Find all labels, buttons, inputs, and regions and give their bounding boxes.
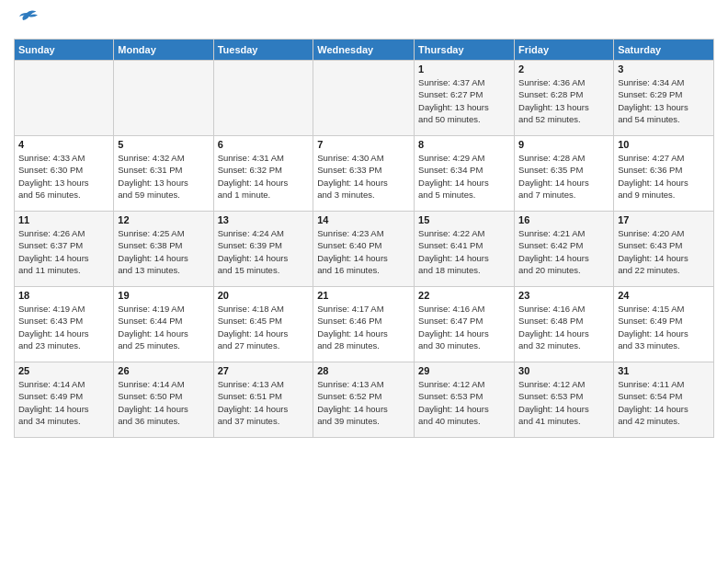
day-number: 20 (218, 290, 310, 301)
header-cell-tuesday: Tuesday (213, 40, 313, 61)
day-number: 21 (317, 290, 410, 301)
day-cell: 24Sunrise: 4:15 AM Sunset: 6:49 PM Dayli… (614, 287, 714, 362)
header-cell-thursday: Thursday (415, 40, 515, 61)
day-number: 25 (18, 365, 109, 376)
day-number: 27 (218, 365, 310, 376)
day-number: 16 (518, 214, 609, 225)
day-number: 31 (618, 365, 710, 376)
day-cell (114, 61, 213, 136)
day-cell: 21Sunrise: 4:17 AM Sunset: 6:46 PM Dayli… (313, 287, 415, 362)
day-info: Sunrise: 4:13 AM Sunset: 6:52 PM Dayligh… (317, 378, 410, 427)
logo-icon (16, 9, 38, 28)
day-cell (313, 61, 415, 136)
day-info: Sunrise: 4:37 AM Sunset: 6:27 PM Dayligh… (418, 76, 510, 125)
day-cell: 16Sunrise: 4:21 AM Sunset: 6:42 PM Dayli… (515, 212, 614, 287)
day-number: 12 (118, 214, 209, 225)
day-info: Sunrise: 4:13 AM Sunset: 6:51 PM Dayligh… (218, 378, 310, 427)
header-cell-monday: Monday (114, 40, 213, 61)
week-row-4: 18Sunrise: 4:19 AM Sunset: 6:43 PM Dayli… (15, 287, 714, 362)
day-number: 28 (317, 365, 410, 376)
day-cell: 27Sunrise: 4:13 AM Sunset: 6:51 PM Dayli… (213, 362, 313, 438)
day-info: Sunrise: 4:28 AM Sunset: 6:35 PM Dayligh… (518, 152, 609, 201)
day-cell: 12Sunrise: 4:25 AM Sunset: 6:38 PM Dayli… (114, 212, 213, 287)
day-info: Sunrise: 4:14 AM Sunset: 6:50 PM Dayligh… (118, 378, 209, 427)
day-cell: 18Sunrise: 4:19 AM Sunset: 6:43 PM Dayli… (15, 287, 114, 362)
day-cell: 30Sunrise: 4:12 AM Sunset: 6:53 PM Dayli… (515, 362, 614, 438)
page-container: SundayMondayTuesdayWednesdayThursdayFrid… (0, 0, 728, 447)
day-number: 14 (317, 214, 410, 225)
day-number: 5 (118, 139, 209, 150)
day-info: Sunrise: 4:16 AM Sunset: 6:47 PM Dayligh… (418, 303, 510, 351)
day-number: 9 (518, 139, 609, 150)
day-info: Sunrise: 4:23 AM Sunset: 6:40 PM Dayligh… (317, 227, 410, 276)
day-cell (213, 61, 313, 136)
day-info: Sunrise: 4:19 AM Sunset: 6:44 PM Dayligh… (118, 303, 209, 351)
day-info: Sunrise: 4:20 AM Sunset: 6:43 PM Dayligh… (618, 227, 710, 276)
header-cell-sunday: Sunday (15, 40, 114, 61)
day-info: Sunrise: 4:26 AM Sunset: 6:37 PM Dayligh… (18, 227, 109, 276)
day-info: Sunrise: 4:30 AM Sunset: 6:33 PM Dayligh… (317, 152, 410, 201)
day-cell: 14Sunrise: 4:23 AM Sunset: 6:40 PM Dayli… (313, 212, 415, 287)
day-cell: 15Sunrise: 4:22 AM Sunset: 6:41 PM Dayli… (415, 212, 515, 287)
day-info: Sunrise: 4:34 AM Sunset: 6:29 PM Dayligh… (618, 76, 710, 125)
week-row-3: 11Sunrise: 4:26 AM Sunset: 6:37 PM Dayli… (15, 212, 714, 287)
day-cell: 4Sunrise: 4:33 AM Sunset: 6:30 PM Daylig… (15, 136, 114, 212)
day-info: Sunrise: 4:11 AM Sunset: 6:54 PM Dayligh… (618, 378, 710, 427)
day-cell: 31Sunrise: 4:11 AM Sunset: 6:54 PM Dayli… (614, 362, 714, 438)
day-number: 11 (18, 214, 109, 225)
day-cell: 5Sunrise: 4:32 AM Sunset: 6:31 PM Daylig… (114, 136, 213, 212)
day-cell: 19Sunrise: 4:19 AM Sunset: 6:44 PM Dayli… (114, 287, 213, 362)
day-info: Sunrise: 4:25 AM Sunset: 6:38 PM Dayligh… (118, 227, 209, 276)
day-number: 18 (18, 290, 109, 301)
day-number: 30 (518, 365, 609, 376)
header-cell-saturday: Saturday (614, 40, 714, 61)
day-number: 13 (218, 214, 310, 225)
day-cell: 10Sunrise: 4:27 AM Sunset: 6:36 PM Dayli… (614, 136, 714, 212)
day-info: Sunrise: 4:33 AM Sunset: 6:30 PM Dayligh… (18, 152, 109, 201)
day-cell: 11Sunrise: 4:26 AM Sunset: 6:37 PM Dayli… (15, 212, 114, 287)
day-info: Sunrise: 4:22 AM Sunset: 6:41 PM Dayligh… (418, 227, 510, 276)
day-cell: 6Sunrise: 4:31 AM Sunset: 6:32 PM Daylig… (213, 136, 313, 212)
day-info: Sunrise: 4:24 AM Sunset: 6:39 PM Dayligh… (218, 227, 310, 276)
day-number: 24 (618, 290, 710, 301)
calendar-body: 1Sunrise: 4:37 AM Sunset: 6:27 PM Daylig… (15, 61, 714, 438)
page-header (14, 9, 714, 31)
day-cell: 20Sunrise: 4:18 AM Sunset: 6:45 PM Dayli… (213, 287, 313, 362)
day-cell: 13Sunrise: 4:24 AM Sunset: 6:39 PM Dayli… (213, 212, 313, 287)
day-cell: 29Sunrise: 4:12 AM Sunset: 6:53 PM Dayli… (415, 362, 515, 438)
day-cell: 23Sunrise: 4:16 AM Sunset: 6:48 PM Dayli… (515, 287, 614, 362)
day-cell: 1Sunrise: 4:37 AM Sunset: 6:27 PM Daylig… (415, 61, 515, 136)
day-info: Sunrise: 4:27 AM Sunset: 6:36 PM Dayligh… (618, 152, 710, 201)
day-info: Sunrise: 4:21 AM Sunset: 6:42 PM Dayligh… (518, 227, 609, 276)
day-info: Sunrise: 4:19 AM Sunset: 6:43 PM Dayligh… (18, 303, 109, 351)
day-number: 19 (118, 290, 209, 301)
day-number: 6 (218, 139, 310, 150)
day-info: Sunrise: 4:15 AM Sunset: 6:49 PM Dayligh… (618, 303, 710, 351)
day-number: 15 (418, 214, 510, 225)
day-number: 8 (418, 139, 510, 150)
day-number: 10 (618, 139, 710, 150)
day-number: 17 (618, 214, 710, 225)
day-number: 23 (518, 290, 609, 301)
calendar-table: SundayMondayTuesdayWednesdayThursdayFrid… (14, 39, 714, 438)
day-cell: 26Sunrise: 4:14 AM Sunset: 6:50 PM Dayli… (114, 362, 213, 438)
header-cell-friday: Friday (515, 40, 614, 61)
day-number: 29 (418, 365, 510, 376)
day-cell: 2Sunrise: 4:36 AM Sunset: 6:28 PM Daylig… (515, 61, 614, 136)
day-info: Sunrise: 4:36 AM Sunset: 6:28 PM Dayligh… (518, 76, 609, 125)
header-cell-wednesday: Wednesday (313, 40, 415, 61)
day-cell: 8Sunrise: 4:29 AM Sunset: 6:34 PM Daylig… (415, 136, 515, 212)
day-info: Sunrise: 4:32 AM Sunset: 6:31 PM Dayligh… (118, 152, 209, 201)
day-cell: 22Sunrise: 4:16 AM Sunset: 6:47 PM Dayli… (415, 287, 515, 362)
day-number: 7 (317, 139, 410, 150)
day-info: Sunrise: 4:17 AM Sunset: 6:46 PM Dayligh… (317, 303, 410, 351)
day-cell: 17Sunrise: 4:20 AM Sunset: 6:43 PM Dayli… (614, 212, 714, 287)
day-info: Sunrise: 4:12 AM Sunset: 6:53 PM Dayligh… (418, 378, 510, 427)
day-info: Sunrise: 4:31 AM Sunset: 6:32 PM Dayligh… (218, 152, 310, 201)
day-info: Sunrise: 4:18 AM Sunset: 6:45 PM Dayligh… (218, 303, 310, 351)
day-info: Sunrise: 4:16 AM Sunset: 6:48 PM Dayligh… (518, 303, 609, 351)
logo (14, 9, 38, 31)
week-row-1: 1Sunrise: 4:37 AM Sunset: 6:27 PM Daylig… (15, 61, 714, 136)
day-cell: 3Sunrise: 4:34 AM Sunset: 6:29 PM Daylig… (614, 61, 714, 136)
day-number: 26 (118, 365, 209, 376)
